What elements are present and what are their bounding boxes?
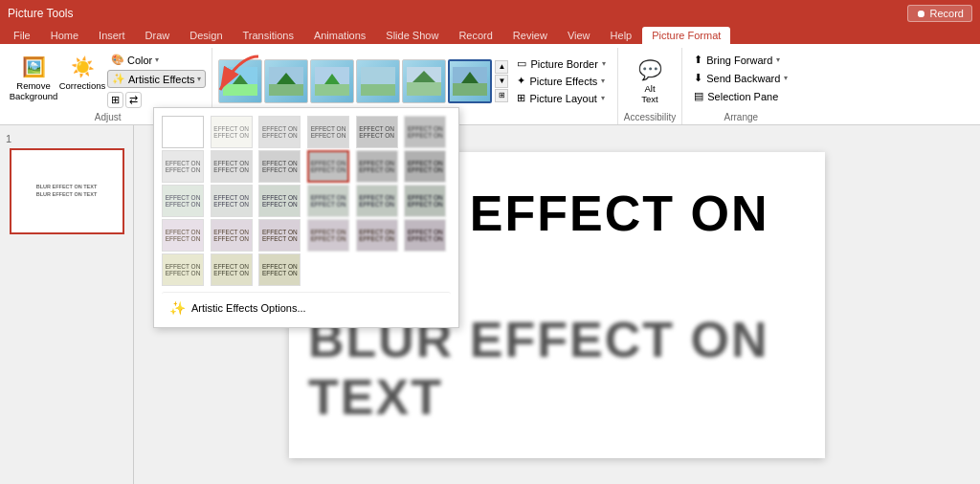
effect-7[interactable]: EFFECT ONEFFECT ON (211, 150, 253, 183)
tab-picture-format[interactable]: Picture Format (642, 27, 730, 44)
change-picture-button[interactable]: ⇄ (125, 92, 142, 108)
picture-border-label: Picture Border (530, 58, 597, 70)
svg-rect-12 (407, 82, 441, 96)
style-thumb-1[interactable] (218, 59, 262, 103)
effect-5[interactable]: EFFECT ONEFFECT ON (404, 116, 446, 148)
style-thumb-3[interactable] (310, 59, 354, 103)
style-thumb-2[interactable] (264, 59, 308, 103)
effect-23[interactable]: EFFECT ONEFFECT ON (404, 219, 446, 252)
slide-text-2: BLUR EFFECT ON TEXT (308, 311, 806, 426)
compress-icon: ⊞ (111, 94, 120, 106)
menu-insert[interactable]: Insert (89, 27, 135, 44)
menu-transitions[interactable]: Transitions (234, 27, 303, 44)
remove-bg-label: RemoveBackground (10, 80, 58, 102)
corrections-button[interactable]: ☀️ Corrections (61, 52, 103, 95)
artistic-effects-options-button[interactable]: ✨ Artistic Effects Options... (162, 292, 451, 319)
effect-16[interactable]: EFFECT ONEFFECT ON (356, 185, 398, 217)
scroll-more-arrow[interactable]: ⊞ (495, 89, 508, 102)
effect-10[interactable]: EFFECT ONEFFECT ON (356, 150, 398, 183)
border-dropdown-arrow: ▾ (602, 59, 606, 68)
style-thumb-4[interactable] (356, 59, 400, 103)
send-backward-label: Send Backward (706, 73, 780, 84)
scroll-up-arrow[interactable]: ▲ (495, 60, 508, 74)
menu-draw[interactable]: Draw (136, 27, 180, 44)
record-icon: ⏺ (916, 8, 926, 19)
effect-20[interactable]: EFFECT ONEFFECT ON (258, 219, 301, 252)
title-bar-right: ⏺ Record (907, 5, 972, 22)
menu-design[interactable]: Design (180, 27, 232, 44)
artistic-effects-icon: ✨ (112, 73, 125, 85)
menu-help[interactable]: Help (601, 27, 642, 44)
bring-forward-label: Bring Forward (706, 55, 772, 66)
effect-6[interactable]: EFFECT ONEFFECT ON (162, 150, 204, 183)
effect-11[interactable]: EFFECT ONEFFECT ON (404, 150, 446, 183)
artistic-effects-dropdown: EFFECT ONEFFECT ON EFFECT ONEFFECT ON EF… (153, 107, 459, 328)
effect-highlighted[interactable]: EFFECT ONEFFECT ON (307, 150, 349, 183)
style-thumb-6[interactable] (448, 59, 492, 103)
bring-forward-button[interactable]: ⬆ Bring Forward ▾ (688, 52, 786, 68)
effect-18[interactable]: EFFECT ONEFFECT ON (162, 219, 204, 252)
effect-22[interactable]: EFFECT ONEFFECT ON (356, 219, 398, 252)
menu-review[interactable]: Review (503, 27, 557, 44)
effect-25[interactable]: EFFECT ONEFFECT ON (211, 253, 253, 286)
picture-effects-button[interactable]: ✦ Picture Effects ▾ (511, 73, 611, 89)
selection-pane-button[interactable]: ▤ Selection Pane (688, 88, 784, 104)
effects-grid: EFFECT ONEFFECT ON EFFECT ONEFFECT ON EF… (162, 116, 451, 286)
svg-rect-1 (223, 84, 257, 96)
effect-13[interactable]: EFFECT ONEFFECT ON (211, 185, 253, 217)
effect-21[interactable]: EFFECT ONEFFECT ON (307, 219, 349, 252)
effect-8[interactable]: EFFECT ONEFFECT ON (258, 150, 301, 183)
effect-4[interactable]: EFFECT ONEFFECT ON (356, 116, 398, 148)
change-picture-icon: ⇄ (129, 94, 138, 106)
record-label: Record (930, 8, 964, 19)
slide-thumbnail[interactable]: BLUR EFFECT ON TEXT BLUR EFFECT ON TEXT (10, 148, 124, 234)
menu-file[interactable]: File (4, 27, 40, 44)
tab-row: File Home Insert Draw Design Transitions… (0, 27, 980, 44)
effect-17[interactable]: EFFECT ONEFFECT ON (404, 185, 446, 217)
effect-26[interactable]: EFFECT ONEFFECT ON (258, 253, 301, 286)
remove-background-button[interactable]: 🖼️ RemoveBackground (10, 52, 57, 106)
send-backward-button[interactable]: ⬇ Send Backward ▾ (688, 70, 793, 86)
alt-text-icon: 💬 (638, 58, 662, 81)
effect-2[interactable]: EFFECT ONEFFECT ON (258, 116, 301, 148)
color-button[interactable]: 🎨 Color ▾ (107, 52, 206, 68)
adjust-small-buttons: 🎨 Color ▾ ✨ Artistic Effects ▾ ⊞ (107, 52, 206, 108)
style-thumb-5[interactable] (402, 59, 446, 103)
accessibility-label: Accessibility (624, 110, 676, 122)
effect-pencil[interactable]: EFFECT ONEFFECT ON (211, 116, 253, 148)
effect-14[interactable]: EFFECT ONEFFECT ON (258, 185, 301, 217)
compress-pictures-button[interactable]: ⊞ (107, 92, 123, 108)
group-accessibility: 💬 AltText Accessibility (618, 48, 682, 124)
slide-thumb-text: BLUR EFFECT ON TEXT BLUR EFFECT ON TEXT (33, 180, 101, 202)
picture-border-icon: ▭ (517, 57, 526, 70)
bring-forward-icon: ⬆ (694, 54, 702, 66)
effect-none[interactable] (162, 116, 204, 148)
record-button-title[interactable]: ⏺ Record (907, 5, 972, 22)
remove-bg-icon: 🖼️ (22, 55, 46, 78)
options-label: Artistic Effects Options... (191, 302, 306, 314)
corrections-icon: ☀️ (71, 55, 95, 78)
effect-19[interactable]: EFFECT ONEFFECT ON (211, 219, 253, 252)
svg-rect-4 (269, 84, 303, 96)
scroll-down-arrow[interactable]: ▼ (495, 75, 508, 88)
alt-text-button[interactable]: 💬 AltText (635, 55, 666, 108)
effect-15[interactable]: EFFECT ONEFFECT ON (307, 185, 349, 217)
artistic-effects-button[interactable]: ✨ Artistic Effects ▾ (107, 70, 206, 88)
menu-slideshow[interactable]: Slide Show (376, 27, 448, 44)
effects-dropdown-arrow: ▾ (601, 77, 605, 85)
effect-24[interactable]: EFFECT ONEFFECT ON (162, 253, 204, 286)
arrange-label: Arrange (724, 110, 759, 122)
menu-record[interactable]: Record (449, 27, 501, 44)
adjust-label: Adjust (95, 110, 122, 122)
effect-3[interactable]: EFFECT ONEFFECT ON (307, 116, 349, 148)
effect-12[interactable]: EFFECT ONEFFECT ON (162, 185, 204, 217)
bring-forward-arrow: ▾ (776, 55, 780, 64)
picture-layout-button[interactable]: ⊞ Picture Layout ▾ (511, 90, 611, 106)
picture-border-button[interactable]: ▭ Picture Border ▾ (511, 55, 611, 72)
menu-home[interactable]: Home (41, 27, 88, 44)
picture-style-options: ▭ Picture Border ▾ ✦ Picture Effects ▾ ⊞… (511, 55, 611, 106)
options-icon: ✨ (169, 300, 186, 316)
menu-view[interactable]: View (558, 27, 600, 44)
menu-animations[interactable]: Animations (304, 27, 375, 44)
slide-number: 1 (4, 133, 129, 144)
